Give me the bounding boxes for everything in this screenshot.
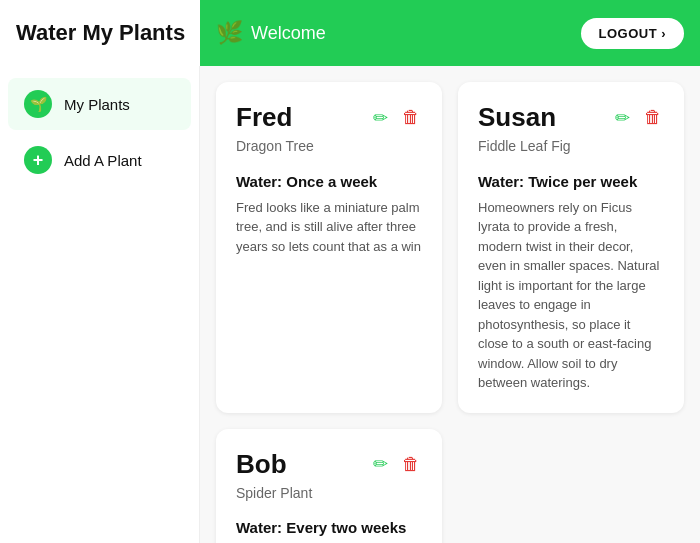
plant-card-bob: Bob ✏ 🗑 Spider Plant Water: Every two we… [216,429,442,543]
logout-button[interactable]: LOGOUT › [581,18,684,49]
plant-species-susan: Fiddle Leaf Fig [478,137,664,157]
plant-name-fred: Fred [236,102,292,133]
app-header: Water My Plants 🌿 Welcome LOGOUT › [0,0,700,66]
sidebar-item-add-plant[interactable]: + Add A Plant [8,134,191,186]
plant-species-fred: Dragon Tree [236,137,422,157]
header-plant-icon: 🌿 [216,20,243,46]
plant-desc-susan: Homeowners rely on Ficus lyrata to provi… [478,198,664,393]
sidebar-item-my-plants-label: My Plants [64,96,130,113]
sidebar-item-add-plant-label: Add A Plant [64,152,142,169]
plant-grid: Fred ✏ 🗑 Dragon Tree Water: Once a week … [200,66,700,543]
sidebar-item-my-plants[interactable]: 🌱 My Plants [8,78,191,130]
welcome-area: 🌿 Welcome [216,20,326,46]
edit-button-fred[interactable]: ✏ [371,105,390,131]
header-right: 🌿 Welcome LOGOUT › [200,0,700,66]
plant-water-fred: Water: Once a week [236,173,422,190]
plant-desc-fred: Fred looks like a miniature palm tree, a… [236,198,422,257]
card-header-susan: Susan ✏ 🗑 [478,102,664,133]
delete-button-fred[interactable]: 🗑 [400,105,422,130]
my-plants-icon: 🌱 [24,90,52,118]
chevron-right-icon: › [661,26,666,41]
card-actions-fred: ✏ 🗑 [371,105,422,131]
card-actions-bob: ✏ 🗑 [371,451,422,477]
welcome-text: Welcome [251,23,326,44]
plant-species-bob: Spider Plant [236,484,422,504]
card-header-bob: Bob ✏ 🗑 [236,449,422,480]
plant-card-susan: Susan ✏ 🗑 Fiddle Leaf Fig Water: Twice p… [458,82,684,413]
plant-water-susan: Water: Twice per week [478,173,664,190]
logout-label: LOGOUT [599,26,658,41]
card-actions-susan: ✏ 🗑 [613,105,664,131]
delete-button-susan[interactable]: 🗑 [642,105,664,130]
sidebar: 🌱 My Plants + Add A Plant [0,66,200,543]
delete-button-bob[interactable]: 🗑 [400,452,422,477]
plant-card-fred: Fred ✏ 🗑 Dragon Tree Water: Once a week … [216,82,442,413]
plant-name-bob: Bob [236,449,287,480]
plant-water-bob: Water: Every two weeks [236,519,422,536]
plant-name-susan: Susan [478,102,556,133]
app-title: Water My Plants [0,20,200,46]
add-plant-icon: + [24,146,52,174]
edit-button-bob[interactable]: ✏ [371,451,390,477]
main-layout: 🌱 My Plants + Add A Plant Fred ✏ 🗑 Drago… [0,66,700,543]
edit-button-susan[interactable]: ✏ [613,105,632,131]
card-header-fred: Fred ✏ 🗑 [236,102,422,133]
